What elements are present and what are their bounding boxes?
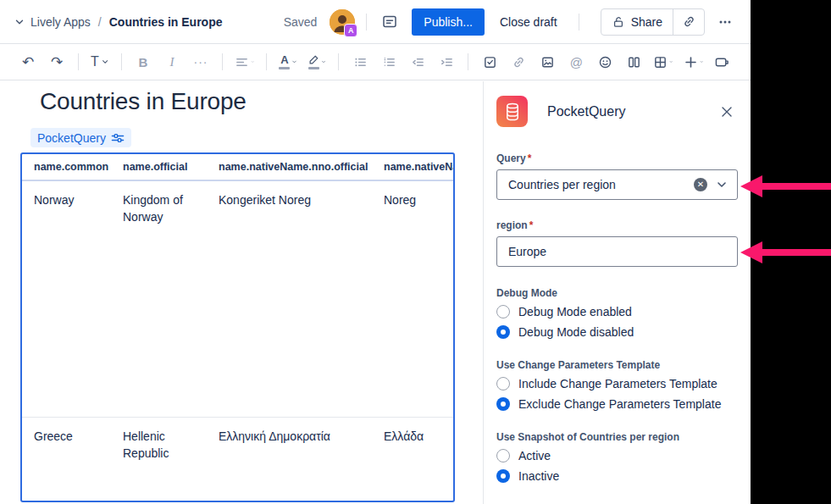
italic-button[interactable]: I <box>162 51 182 73</box>
table-cell[interactable]: Hellenic Republic <box>111 418 207 502</box>
pocketquery-app-icon <box>496 96 528 127</box>
table-cell[interactable]: Norway <box>22 181 111 417</box>
outdent-button[interactable] <box>407 51 428 73</box>
query-field-label: Query* <box>496 152 738 164</box>
avatar[interactable]: A <box>330 9 355 35</box>
group-label: Use Snapshot of Countries per region <box>496 431 738 443</box>
layout-button[interactable] <box>623 51 644 73</box>
radio-icon[interactable] <box>496 305 510 318</box>
table-icon <box>653 55 668 69</box>
save-status: Saved <box>284 15 318 29</box>
copy-link-button[interactable] <box>673 9 704 35</box>
unlock-icon <box>612 15 625 29</box>
breadcrumb-space[interactable]: Lively Apps <box>30 15 91 29</box>
table-button[interactable] <box>652 51 673 73</box>
radio-option-snapshot-inactive[interactable]: Inactive <box>496 469 738 483</box>
table-row[interactable]: Norway Kingdom of Norway Kongeriket Nore… <box>22 181 453 418</box>
radio-option-include-template[interactable]: Include Change Parameters Template <box>496 377 738 390</box>
divider <box>121 53 122 70</box>
annotation-arrow-query <box>740 175 831 197</box>
task-list-icon <box>483 55 497 69</box>
bold-button[interactable]: B <box>133 51 153 73</box>
chevron-down-icon[interactable] <box>10 13 29 31</box>
redo-button[interactable]: ↷ <box>47 51 67 73</box>
column-header: name.official <box>111 161 207 173</box>
arrow-shaft <box>762 183 831 190</box>
close-panel-button[interactable] <box>716 101 738 123</box>
radio-selected-icon[interactable] <box>496 469 510 483</box>
radio-selected-icon[interactable] <box>496 325 510 339</box>
close-draft-button[interactable]: Close draft <box>490 8 568 36</box>
radio-icon[interactable] <box>496 449 510 462</box>
link-button[interactable] <box>508 51 529 73</box>
share-button[interactable]: Share <box>601 9 673 35</box>
mention-button[interactable]: @ <box>566 51 586 73</box>
insert-button[interactable] <box>683 51 704 73</box>
divider <box>266 53 267 70</box>
emoji-button[interactable] <box>595 51 615 73</box>
region-input[interactable] <box>496 236 738 267</box>
link-icon <box>682 14 696 29</box>
table-cell[interactable]: Kongeriket Noreg <box>207 181 372 417</box>
bullet-list-icon <box>353 55 368 69</box>
emoji-icon <box>598 55 612 69</box>
numbered-list-button[interactable] <box>379 51 399 73</box>
radio-option-exclude-template[interactable]: Exclude Change Parameters Template <box>496 397 738 411</box>
column-header: name.common <box>22 161 111 173</box>
region-field-label: region* <box>496 219 738 231</box>
column-header: name.nativeNa <box>372 161 453 173</box>
divider <box>338 53 339 70</box>
more-formatting-button[interactable]: ··· <box>191 51 211 73</box>
indent-button[interactable] <box>436 51 457 73</box>
table-cell[interactable]: Kingdom of Norway <box>111 181 207 417</box>
more-formatting-icon: ··· <box>194 55 208 69</box>
divider <box>78 53 79 70</box>
divider <box>366 14 367 30</box>
page-title[interactable]: Countries in Europe <box>40 88 247 115</box>
video-button[interactable] <box>712 51 733 73</box>
change-parameters-template-group: Use Change Parameters Template Include C… <box>496 359 738 411</box>
pocketquery-result-table[interactable]: name.common name.official name.nativeNam… <box>20 152 455 502</box>
table-row[interactable]: Greece Hellenic Republic Ελληνική Δημοκρ… <box>22 418 453 502</box>
highlight-icon <box>307 55 319 69</box>
radio-option-debug-disabled[interactable]: Debug Mode disabled <box>496 325 738 339</box>
group-label: Use Change Parameters Template <box>496 359 738 371</box>
share-group: Share <box>601 8 705 36</box>
more-actions-button[interactable] <box>713 10 737 34</box>
text-color-button[interactable]: A <box>278 51 298 73</box>
content-area: Countries in Europe PocketQuery name.com… <box>0 81 751 504</box>
publish-button[interactable]: Publish... <box>412 8 485 36</box>
radio-option-snapshot-active[interactable]: Active <box>496 449 738 462</box>
sliders-icon <box>111 132 125 144</box>
table-cell[interactable]: Ελλάδα <box>372 418 453 502</box>
editor-canvas[interactable]: Countries in Europe PocketQuery name.com… <box>0 81 483 504</box>
clear-icon[interactable]: ✕ <box>694 178 707 191</box>
share-label: Share <box>631 15 662 29</box>
radio-icon[interactable] <box>496 377 510 390</box>
query-select[interactable]: Countries per region ✕ <box>496 169 738 200</box>
table-cell[interactable]: Ελληνική Δημοκρατία <box>207 418 372 502</box>
chevron-down-icon <box>101 57 109 67</box>
undo-button[interactable]: ↶ <box>18 51 38 73</box>
video-icon <box>714 55 730 69</box>
text-style-button[interactable]: T <box>90 51 110 73</box>
indent-icon <box>440 55 454 69</box>
comment-button[interactable] <box>378 10 402 34</box>
debug-mode-group: Debug Mode Debug Mode enabled Debug Mode… <box>496 287 738 339</box>
mention-icon: @ <box>570 55 583 69</box>
pocketquery-macro-chip[interactable]: PocketQuery <box>30 128 131 147</box>
highlight-color-button[interactable] <box>307 51 327 73</box>
image-button[interactable] <box>537 51 557 73</box>
chevron-down-icon[interactable] <box>715 178 729 191</box>
arrow-head <box>740 241 762 263</box>
task-list-button[interactable] <box>479 51 500 73</box>
bullet-list-button[interactable] <box>350 51 370 73</box>
undo-icon: ↶ <box>22 55 34 69</box>
radio-option-debug-enabled[interactable]: Debug Mode enabled <box>496 305 738 318</box>
panel-title: PocketQuery <box>547 104 625 119</box>
radio-selected-icon[interactable] <box>496 397 510 411</box>
text-align-button[interactable] <box>234 51 255 73</box>
table-cell[interactable]: Greece <box>22 418 111 502</box>
table-cell[interactable]: Noreg <box>372 181 453 417</box>
breadcrumb-page-title[interactable]: Countries in Europe <box>109 15 223 29</box>
